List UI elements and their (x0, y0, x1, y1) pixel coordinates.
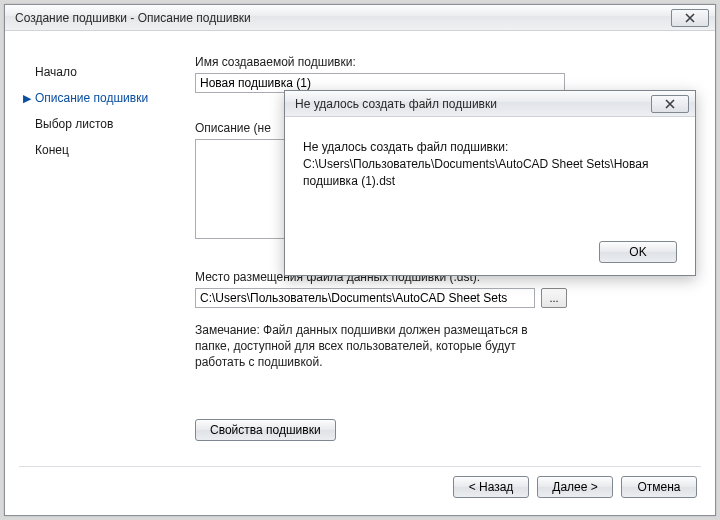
error-path: C:\Users\Пользователь\Documents\AutoCAD … (303, 156, 677, 190)
error-footer: OK (303, 233, 677, 263)
close-icon (664, 99, 676, 109)
step-label: Начало (35, 65, 77, 79)
button-label: Далее > (552, 480, 598, 494)
wizard-footer: < Назад Далее > Отмена (5, 467, 715, 515)
arrow-icon: ▶ (23, 66, 33, 79)
ok-button[interactable]: OK (599, 241, 677, 263)
error-close-button[interactable] (651, 95, 689, 113)
step-label: Конец (35, 143, 69, 157)
close-icon (684, 13, 696, 23)
step-end[interactable]: ▶ Конец (23, 137, 195, 163)
step-begin[interactable]: ▶ Начало (23, 59, 195, 85)
arrow-icon: ▶ (23, 144, 33, 157)
cancel-button[interactable]: Отмена (621, 476, 697, 498)
path-row: ... (195, 288, 687, 308)
error-message: Не удалось создать файл подшивки: C:\Use… (303, 139, 677, 233)
button-label: OK (629, 245, 646, 259)
step-label: Описание подшивки (35, 91, 148, 105)
next-button[interactable]: Далее > (537, 476, 613, 498)
name-label: Имя создаваемой подшивки: (195, 55, 687, 69)
arrow-icon: ▶ (23, 118, 33, 131)
ellipsis-icon: ... (549, 292, 558, 304)
wizard-title: Создание подшивки - Описание подшивки (15, 11, 669, 25)
step-sidebar: ▶ Начало ▶ Описание подшивки ▶ Выбор лис… (5, 31, 195, 467)
button-label: Свойства подшивки (210, 423, 321, 437)
props-row: Свойства подшивки (195, 419, 687, 441)
wizard-titlebar: Создание подшивки - Описание подшивки (5, 5, 715, 31)
error-title: Не удалось создать файл подшивки (295, 97, 649, 111)
step-describe[interactable]: ▶ Описание подшивки (23, 85, 195, 111)
step-sheets[interactable]: ▶ Выбор листов (23, 111, 195, 137)
path-input[interactable] (195, 288, 535, 308)
step-label: Выбор листов (35, 117, 113, 131)
error-titlebar: Не удалось создать файл подшивки (285, 91, 695, 117)
arrow-icon: ▶ (23, 92, 33, 105)
separator (19, 466, 701, 467)
button-label: Отмена (637, 480, 680, 494)
sheet-properties-button[interactable]: Свойства подшивки (195, 419, 336, 441)
error-body: Не удалось создать файл подшивки: C:\Use… (285, 117, 695, 275)
note-text: Замечание: Файл данных подшивки должен р… (195, 322, 565, 371)
error-dialog: Не удалось создать файл подшивки Не удал… (284, 90, 696, 276)
error-line: Не удалось создать файл подшивки: (303, 139, 677, 156)
browse-button[interactable]: ... (541, 288, 567, 308)
button-label: < Назад (469, 480, 514, 494)
back-button[interactable]: < Назад (453, 476, 529, 498)
close-button[interactable] (671, 9, 709, 27)
